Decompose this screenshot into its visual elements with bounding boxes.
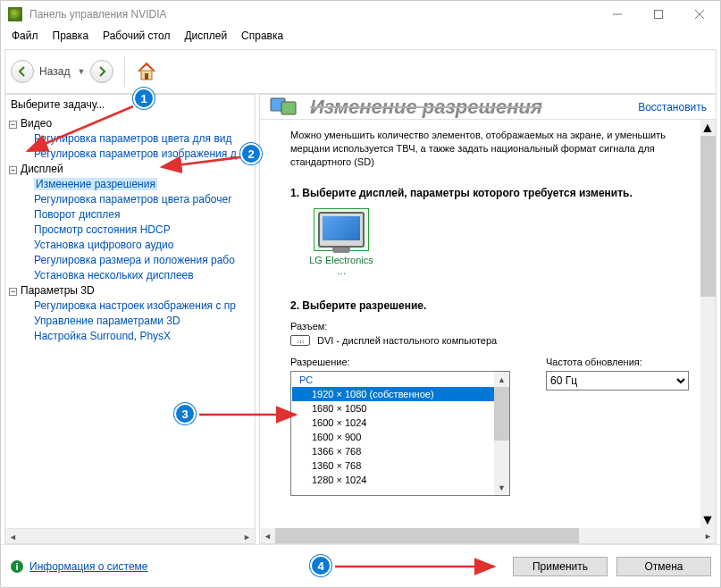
content-pane: Изменение разрешения Восстановить Можно … — [259, 94, 717, 544]
tree-item[interactable]: Просмотр состояния HDCP — [34, 223, 171, 236]
scroll-up-icon[interactable]: ▲ — [700, 120, 716, 136]
system-info-link[interactable]: Информация о системе — [29, 560, 147, 573]
scroll-left-icon[interactable]: ◄ — [5, 529, 21, 544]
tree-item[interactable]: Настройка Surround, PhysX — [34, 330, 171, 342]
tree-group-display[interactable]: Дисплей — [21, 163, 63, 175]
page-header-icon — [260, 95, 310, 120]
tree-toggle-icon[interactable]: − — [9, 121, 17, 129]
forward-button[interactable] — [90, 60, 113, 83]
menubar: Файл Правка Рабочий стол Дисплей Справка — [1, 28, 720, 46]
window-title: Панель управления NVIDIA — [29, 8, 597, 21]
frequency-label: Частота обновления: — [546, 357, 692, 367]
svg-rect-7 — [281, 102, 296, 114]
section-1-title: 1. Выберите дисплей, параметры которого … — [290, 187, 692, 199]
scroll-right-icon[interactable]: ► — [700, 528, 716, 543]
tree-group-3d[interactable]: Параметры 3D — [21, 284, 95, 297]
menu-display[interactable]: Дисплей — [177, 28, 234, 46]
back-label: Назад — [39, 65, 70, 78]
tree-toggle-icon[interactable]: − — [9, 166, 17, 174]
annotation-bubble-4: 4 — [310, 555, 331, 576]
menu-help[interactable]: Справка — [234, 28, 290, 46]
annotation-bubble-1: 1 — [133, 88, 155, 109]
horizontal-scrollbar[interactable]: ◄ ► — [260, 528, 716, 543]
frequency-select[interactable]: 60 Гц — [546, 371, 689, 391]
section-2-title: 2. Выберите разрешение. — [290, 299, 692, 312]
display-selector[interactable]: LG Electronics … — [306, 208, 376, 276]
resolution-category: PC — [292, 373, 508, 387]
tree-toggle-icon[interactable]: − — [9, 288, 17, 296]
info-icon: i — [10, 559, 24, 574]
back-button[interactable] — [11, 60, 34, 83]
tree-item[interactable]: Управление параметрами 3D — [34, 315, 180, 327]
annotation-bubble-2: 2 — [240, 143, 262, 164]
vertical-scrollbar[interactable]: ▲ ▼ — [494, 372, 509, 495]
horizontal-scrollbar[interactable]: ◄ ► — [5, 528, 255, 543]
connector-label: Разъем: — [290, 321, 692, 332]
home-icon[interactable] — [136, 61, 157, 82]
tree-group-video[interactable]: Видео — [21, 117, 52, 130]
resolution-item[interactable]: 1280 × 1024 — [292, 473, 508, 487]
tree-item[interactable]: Регулировка параметров изображения д — [34, 147, 237, 160]
restore-link[interactable]: Восстановить — [629, 101, 716, 113]
vertical-scrollbar[interactable]: ▲ ▼ — [700, 120, 716, 528]
annotation-bubble-3: 3 — [174, 403, 196, 424]
menu-file[interactable]: Файл — [4, 28, 46, 46]
svg-text:i: i — [15, 561, 18, 572]
tree-item-change-resolution[interactable]: Изменение разрешения — [34, 178, 157, 190]
task-tree-header: Выберите задачу... — [5, 95, 255, 114]
resolution-item[interactable]: 1366 × 768 — [292, 444, 508, 458]
resolution-item[interactable]: 1680 × 1050 — [292, 401, 508, 416]
resolution-item[interactable]: 1920 × 1080 (собственное) — [292, 387, 508, 401]
tree-item[interactable]: Регулировка настроек изображения с пр — [34, 299, 236, 312]
resolution-item[interactable]: 1600 × 1024 — [292, 416, 508, 430]
tree-item[interactable]: Регулировка параметров цвета рабочег — [34, 193, 232, 206]
tree-item[interactable]: Поворот дисплея — [34, 208, 121, 221]
tree-item[interactable]: Регулировка параметров цвета для вид — [34, 132, 231, 145]
page-title: Изменение разрешения — [310, 96, 542, 119]
scroll-left-icon[interactable]: ◄ — [260, 528, 275, 543]
tree-item[interactable]: Установка нескольких дисплеев — [34, 269, 194, 281]
maximize-button[interactable] — [638, 1, 679, 28]
page-description: Можно уменьшить количество элементов, от… — [290, 129, 692, 169]
toolbar: Назад ▼ — [4, 49, 717, 94]
cancel-button[interactable]: Отмена — [616, 557, 711, 576]
menu-desktop[interactable]: Рабочий стол — [96, 28, 177, 46]
scroll-down-icon[interactable]: ▼ — [494, 480, 509, 495]
scroll-right-icon[interactable]: ► — [239, 529, 255, 544]
tree-item[interactable]: Установка цифрового аудио — [34, 239, 173, 251]
svg-rect-1 — [655, 11, 663, 19]
task-tree: −Видео Регулировка параметров цвета для … — [5, 114, 255, 528]
svg-rect-5 — [145, 73, 148, 80]
task-tree-pane: Выберите задачу... −Видео Регулировка па… — [4, 94, 256, 544]
close-button[interactable] — [679, 1, 720, 28]
separator — [124, 56, 125, 87]
resolution-list[interactable]: PC 1920 × 1080 (собственное) 1680 × 1050… — [290, 371, 510, 496]
resolution-item[interactable]: 1360 × 768 — [292, 458, 508, 473]
back-dropdown-icon[interactable]: ▼ — [77, 67, 85, 76]
display-label: LG Electronics … — [306, 255, 376, 276]
monitor-icon — [318, 212, 365, 248]
menu-edit[interactable]: Правка — [46, 28, 96, 46]
scroll-up-icon[interactable]: ▲ — [494, 372, 509, 387]
tree-item[interactable]: Регулировка размера и положения рабо — [34, 254, 235, 266]
apply-button[interactable]: Применить — [513, 557, 608, 576]
resolution-label: Разрешение: — [290, 357, 510, 367]
scroll-down-icon[interactable]: ▼ — [700, 512, 716, 528]
minimize-button[interactable] — [597, 1, 638, 28]
connector-value: DVI - дисплей настольного компьютера — [317, 335, 497, 346]
resolution-item[interactable]: 1600 × 900 — [292, 430, 508, 444]
dvi-icon: ∷∷ — [290, 335, 310, 346]
footer: i Информация о системе Применить Отмена — [1, 544, 720, 587]
nvidia-icon — [8, 7, 22, 21]
titlebar: Панель управления NVIDIA — [1, 1, 720, 28]
